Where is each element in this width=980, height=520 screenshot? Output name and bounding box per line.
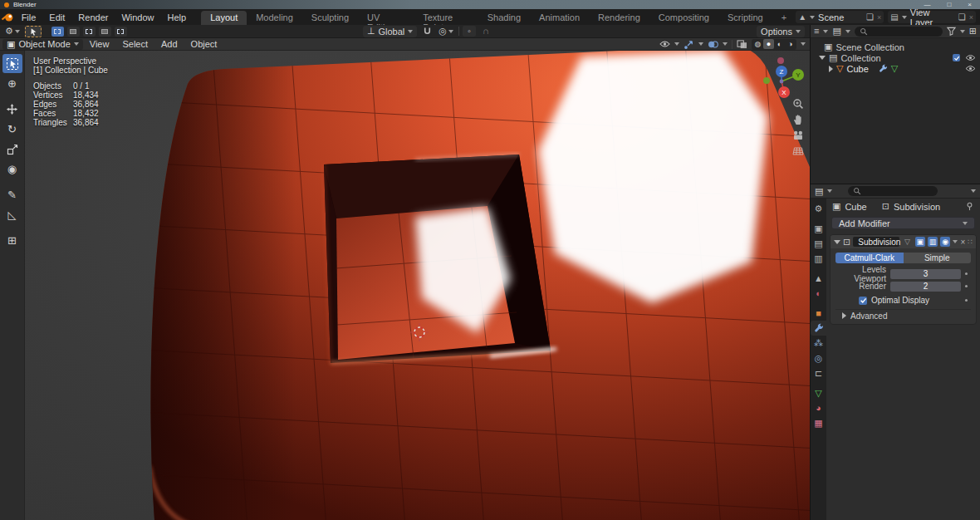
tab-modifiers[interactable]: [811, 321, 826, 336]
menu-help[interactable]: Help: [161, 12, 194, 22]
tab-tool[interactable]: ⚙: [811, 201, 826, 216]
breadcrumb-object[interactable]: Cube: [845, 202, 866, 212]
view-layer-selector[interactable]: ▤ View Layer ❏ ×: [888, 11, 976, 23]
object-visibility-dropdown[interactable]: [659, 40, 670, 48]
render-levels-slider[interactable]: 2: [890, 282, 961, 292]
annotate-tool[interactable]: ✎: [2, 185, 22, 204]
mesh-data-icon[interactable]: ▽: [891, 64, 898, 73]
tab-output[interactable]: ▤: [811, 236, 826, 251]
add-modifier-button[interactable]: Add Modifier: [831, 217, 975, 229]
shading-rendered-button[interactable]: ◑: [785, 39, 796, 49]
gizmos-toggle[interactable]: [684, 39, 694, 50]
zoom-view-icon[interactable]: [791, 97, 805, 110]
workspace-tab-uv-editing[interactable]: UV Editing: [358, 11, 414, 25]
tab-constraints[interactable]: ⊏: [811, 365, 826, 380]
active-tool-button[interactable]: [25, 26, 42, 37]
animate-dot[interactable]: [961, 272, 971, 275]
proportional-editing-toggle[interactable]: ◦: [463, 26, 476, 37]
menu-object[interactable]: Object: [184, 39, 224, 49]
display-editmode-icon[interactable]: ▣: [915, 237, 925, 247]
outliner-item-collection[interactable]: ▤ Collection: [811, 52, 980, 63]
remove-view-layer-icon[interactable]: ×: [969, 13, 973, 22]
expand-icon[interactable]: [829, 66, 833, 72]
transform-orientation-dropdown[interactable]: ⊥ Global: [363, 26, 417, 37]
editor-type-icon[interactable]: ▤: [815, 187, 823, 196]
move-tool[interactable]: [2, 100, 22, 119]
rotate-tool[interactable]: ↻: [2, 120, 22, 139]
shading-solid-button[interactable]: ●: [763, 39, 774, 49]
mode-dropdown[interactable]: ▣ Object Mode: [2, 39, 83, 50]
levels-viewport-slider[interactable]: 3: [890, 269, 961, 279]
shading-material-button[interactable]: ◐: [774, 39, 785, 49]
unlink-scene-icon[interactable]: ×: [877, 13, 881, 22]
new-collection-icon[interactable]: ⊞: [969, 27, 977, 36]
select-mode-intersect[interactable]: [115, 27, 127, 37]
workspace-tab-rendering[interactable]: Rendering: [589, 11, 649, 25]
snap-target-dropdown[interactable]: ◎: [437, 26, 455, 37]
outliner-search-input[interactable]: [855, 27, 943, 37]
workspace-tab-modeling[interactable]: Modeling: [247, 11, 302, 25]
select-box-tool[interactable]: [2, 54, 22, 73]
modifier-extras-icon[interactable]: [953, 240, 958, 243]
scale-tool[interactable]: [2, 140, 22, 159]
new-scene-icon[interactable]: ❏: [866, 12, 874, 22]
tab-render[interactable]: ▣: [811, 221, 826, 236]
axis-negative-dot[interactable]: [763, 77, 770, 84]
options-dropdown[interactable]: Options: [757, 26, 805, 37]
display-editmode-cage-icon[interactable]: ▽: [902, 237, 912, 247]
close-button[interactable]: ×: [968, 1, 972, 8]
overlays-toggle[interactable]: [708, 40, 718, 49]
editor-type-icon[interactable]: ≡: [814, 27, 819, 36]
tab-view-layer[interactable]: ▥: [811, 251, 826, 266]
animate-dot[interactable]: [961, 285, 971, 287]
chevron-down-icon[interactable]: [971, 189, 976, 193]
workspace-tab-scripting[interactable]: Scripting: [718, 11, 772, 25]
shading-wireframe-button[interactable]: ◍: [752, 39, 763, 49]
menu-render[interactable]: Render: [71, 12, 115, 22]
menu-select[interactable]: Select: [115, 39, 154, 49]
hide-eye-icon[interactable]: [965, 54, 976, 61]
new-view-layer-icon[interactable]: ❏: [958, 12, 966, 22]
blender-logo-icon[interactable]: [0, 12, 15, 22]
tab-texture[interactable]: ▦: [811, 415, 826, 430]
optimal-display-checkbox[interactable]: [859, 297, 867, 305]
xray-toggle[interactable]: [737, 40, 747, 49]
workspace-tab-shading[interactable]: Shading: [478, 11, 530, 25]
pan-view-icon[interactable]: [791, 113, 805, 126]
expand-icon[interactable]: [819, 56, 826, 60]
workspace-tab-sculpting[interactable]: Sculpting: [302, 11, 358, 25]
viewport-3d[interactable]: User Perspective [1] Collection | Cube O…: [25, 51, 810, 520]
select-mode-subtract[interactable]: [83, 27, 96, 37]
camera-view-icon[interactable]: [791, 129, 805, 142]
select-mode-extend[interactable]: [67, 27, 80, 37]
add-cube-tool[interactable]: ⊞: [2, 231, 22, 250]
tab-particles[interactable]: ⁂: [811, 336, 826, 351]
tab-object[interactable]: ■: [811, 306, 826, 321]
display-render-icon[interactable]: ◉: [940, 237, 950, 247]
tab-physics[interactable]: ◎: [811, 351, 826, 365]
modifier-wrench-icon[interactable]: [879, 64, 888, 73]
delete-modifier-icon[interactable]: ×: [960, 238, 965, 247]
advanced-section[interactable]: Advanced: [835, 309, 971, 321]
select-mode-new[interactable]: [51, 27, 64, 37]
snap-toggle[interactable]: [420, 26, 434, 37]
menu-file[interactable]: File: [15, 12, 43, 22]
simple-button[interactable]: Simple: [904, 253, 972, 263]
axis-negative-dot[interactable]: [777, 57, 784, 64]
tab-object-data[interactable]: ▽: [811, 385, 826, 400]
workspace-tab-texture-paint[interactable]: Texture Paint: [414, 11, 478, 25]
select-mode-invert[interactable]: [99, 27, 111, 37]
collection-checkbox[interactable]: [953, 54, 960, 61]
breadcrumb-modifier[interactable]: Subdivision: [894, 202, 940, 212]
measure-tool[interactable]: ◺: [2, 205, 22, 224]
display-mode-icon[interactable]: ▤: [832, 27, 840, 36]
modifier-panel-header[interactable]: ⊡ Subdivision ▽ ▣ ▥ ◉ × ∷: [831, 235, 976, 248]
catmull-clark-button[interactable]: Catmull-Clark: [835, 253, 904, 263]
menu-add[interactable]: Add: [154, 39, 184, 49]
tab-scene[interactable]: ▲: [811, 271, 826, 286]
pin-icon[interactable]: [965, 202, 974, 211]
proportional-falloff-dropdown[interactable]: ∩: [479, 26, 492, 37]
outliner-item-cube[interactable]: ▽ Cube ▽: [811, 63, 980, 74]
scene-selector[interactable]: ▲ Scene ❏ ×: [796, 11, 884, 23]
modifier-name-field[interactable]: Subdivision: [853, 237, 899, 247]
